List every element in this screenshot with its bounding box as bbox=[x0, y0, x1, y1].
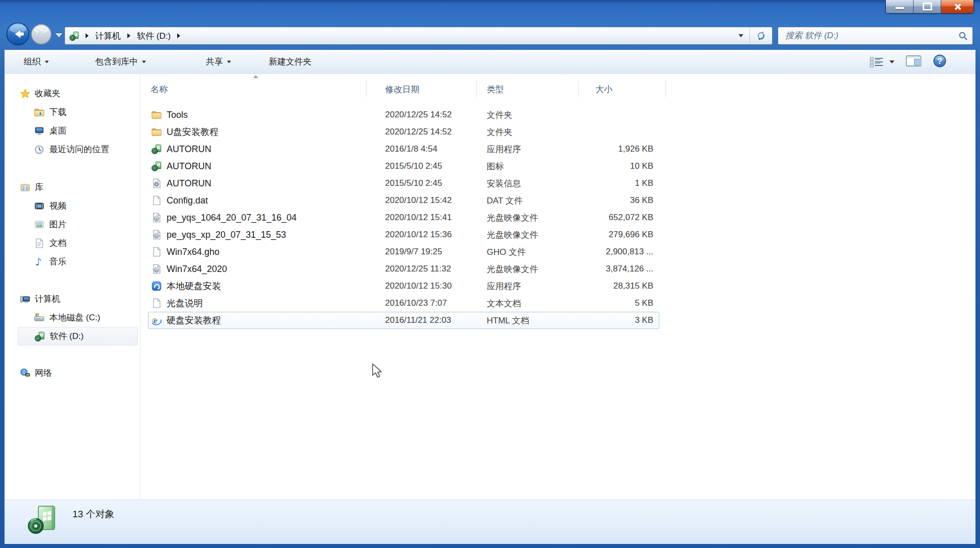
file-date: 2019/9/7 19:25 bbox=[366, 247, 477, 257]
file-size: 28,315 KB bbox=[579, 281, 659, 291]
table-row[interactable]: Tools 2020/12/25 14:52 文件夹 bbox=[148, 106, 659, 123]
table-row[interactable]: AUTORUN 2015/5/10 2:45 图标 10 KB bbox=[148, 158, 659, 175]
green-app-icon bbox=[151, 144, 162, 155]
breadcrumb-software-d[interactable]: 软件 (D:) bbox=[134, 29, 174, 43]
file-name: 本地硬盘安装 bbox=[167, 280, 221, 292]
minimize-icon bbox=[895, 7, 904, 9]
change-view-button[interactable] bbox=[866, 54, 897, 70]
computer-section: 计算机 本地磁盘 (C:) 软件 (D:) bbox=[5, 290, 140, 346]
main-content: 收藏夹 下载 桌面 最近访问的位置 库 视频 bbox=[5, 74, 975, 500]
table-row[interactable]: pe_yqs_xp_20_07_31_15_53 2020/10/12 15:3… bbox=[148, 226, 659, 243]
sidebar-item-local-disk-c[interactable]: 本地磁盘 (C:) bbox=[18, 308, 138, 327]
table-row[interactable]: 光盘说明 2016/10/23 7:07 文本文档 5 KB bbox=[148, 295, 659, 312]
file-date: 2020/12/25 14:52 bbox=[366, 110, 477, 120]
search-icon[interactable] bbox=[958, 31, 968, 41]
sidebar-item-software-d[interactable]: 软件 (D:) bbox=[18, 327, 138, 346]
refresh-button[interactable] bbox=[749, 27, 772, 44]
file-name: U盘安装教程 bbox=[167, 126, 218, 138]
file-name: Win7x64_2020 bbox=[167, 264, 227, 275]
sidebar-item-pictures[interactable]: 图片 bbox=[18, 215, 138, 234]
search-input[interactable] bbox=[784, 30, 958, 41]
file-date: 2020/10/12 15:42 bbox=[366, 195, 477, 206]
search-box[interactable] bbox=[778, 27, 973, 45]
file-type: 文本文档 bbox=[477, 298, 579, 309]
table-row[interactable]: Config.dat 2020/10/12 15:42 DAT 文件 36 KB bbox=[148, 192, 659, 209]
file-icon bbox=[151, 195, 162, 206]
organize-label: 组织 bbox=[24, 56, 41, 67]
videos-label: 视频 bbox=[49, 200, 66, 212]
file-icon bbox=[151, 246, 162, 257]
help-button[interactable] bbox=[930, 52, 950, 72]
sidebar-item-videos[interactable]: 视频 bbox=[18, 196, 138, 215]
breadcrumb-computer[interactable]: 计算机 bbox=[92, 29, 124, 43]
include-in-library-button[interactable]: 包含到库中 bbox=[91, 50, 150, 74]
sidebar-item-downloads[interactable]: 下载 bbox=[18, 103, 138, 121]
table-row[interactable]: Win7x64.gho 2019/9/7 19:25 GHO 文件 2,900,… bbox=[148, 243, 659, 260]
table-row-selected[interactable]: 硬盘安装教程 2016/11/21 22:03 HTML 文档 3 KB bbox=[148, 312, 659, 329]
file-size: 652,072 KB bbox=[579, 213, 659, 223]
forward-button[interactable] bbox=[31, 24, 52, 45]
desktop-label: 桌面 bbox=[49, 125, 66, 136]
file-type: 应用程序 bbox=[477, 144, 579, 155]
column-header-name[interactable]: 名称 bbox=[140, 81, 366, 97]
name-column-label: 名称 bbox=[150, 84, 168, 95]
sidebar-item-documents[interactable]: 文档 bbox=[18, 234, 138, 252]
minimize-button[interactable] bbox=[886, 0, 914, 13]
sidebar-item-music[interactable]: 音乐 bbox=[18, 252, 138, 271]
recent-pages-chevron-icon[interactable] bbox=[55, 33, 62, 37]
address-bar[interactable]: 计算机 软件 (D:) bbox=[64, 27, 773, 45]
preview-pane-icon bbox=[906, 54, 922, 67]
file-name: pe_yqs_xp_20_07_31_15_53 bbox=[167, 230, 286, 240]
column-header-size[interactable]: 大小 bbox=[579, 81, 666, 97]
file-name: AUTORUN bbox=[167, 144, 211, 155]
computer-label: 计算机 bbox=[35, 293, 60, 305]
file-name: Tools bbox=[167, 110, 188, 120]
sidebar-item-computer[interactable]: 计算机 bbox=[5, 290, 140, 308]
text-file-icon bbox=[151, 298, 162, 309]
command-toolbar: 组织 包含到库中 共享 新建文件夹 bbox=[5, 50, 975, 75]
table-row[interactable]: 本地硬盘安装 2020/10/12 15:30 应用程序 28,315 KB bbox=[148, 278, 659, 295]
sidebar-item-desktop[interactable]: 桌面 bbox=[18, 121, 138, 140]
green-app-icon bbox=[151, 161, 162, 172]
pictures-label: 图片 bbox=[49, 219, 66, 230]
details-view-icon bbox=[869, 56, 885, 68]
file-type: 图标 bbox=[477, 161, 579, 172]
navigation-bar: 计算机 软件 (D:) bbox=[0, 19, 980, 50]
favorites-label: 收藏夹 bbox=[35, 88, 60, 99]
column-header-date-modified[interactable]: 修改日期 bbox=[366, 81, 477, 97]
address-dropdown-button[interactable] bbox=[732, 27, 749, 44]
file-size: 10 KB bbox=[579, 161, 659, 171]
disc-image-icon bbox=[151, 229, 162, 240]
table-row[interactable]: Win7x64_2020 2020/12/25 11:32 光盘映像文件 3,8… bbox=[148, 260, 659, 278]
organize-button[interactable]: 组织 bbox=[20, 50, 53, 74]
column-header-type[interactable]: 类型 bbox=[477, 81, 579, 97]
status-bar: 13 个对象 bbox=[5, 500, 975, 544]
new-folder-button[interactable]: 新建文件夹 bbox=[265, 50, 316, 74]
table-row[interactable]: pe_yqs_1064_20_07_31_16_04 2020/10/12 15… bbox=[148, 209, 659, 226]
preview-pane-button[interactable] bbox=[902, 52, 925, 72]
file-rows: Tools 2020/12/25 14:52 文件夹 U盘安装教程 2020/1… bbox=[148, 106, 659, 329]
chevron-down-icon bbox=[889, 60, 894, 63]
network-icon bbox=[20, 368, 31, 379]
libraries-icon bbox=[20, 182, 31, 193]
sidebar-item-network[interactable]: 网络 bbox=[5, 364, 140, 382]
close-button[interactable] bbox=[941, 0, 973, 13]
share-button[interactable]: 共享 bbox=[202, 50, 236, 74]
html-file-icon bbox=[151, 315, 162, 326]
file-type: GHO 文件 bbox=[477, 246, 579, 258]
downloads-label: 下载 bbox=[49, 106, 66, 118]
table-row[interactable]: U盘安装教程 2020/12/25 14:52 文件夹 bbox=[148, 123, 659, 141]
back-button[interactable] bbox=[6, 22, 30, 46]
table-row[interactable]: AUTORUN 2016/1/8 4:54 应用程序 1,926 KB bbox=[148, 141, 659, 158]
sidebar-item-favorites[interactable]: 收藏夹 bbox=[5, 84, 140, 103]
favorites-section: 收藏夹 下载 桌面 最近访问的位置 bbox=[5, 84, 140, 159]
file-date: 2020/10/12 15:30 bbox=[366, 281, 477, 291]
file-name: AUTORUN bbox=[167, 178, 211, 189]
file-size: 1 KB bbox=[579, 178, 659, 188]
maximize-button[interactable] bbox=[914, 0, 941, 13]
table-row[interactable]: AUTORUN 2015/5/10 2:45 安装信息 1 KB bbox=[148, 175, 659, 192]
sidebar-item-libraries[interactable]: 库 bbox=[5, 178, 140, 196]
sidebar-item-recent-places[interactable]: 最近访问的位置 bbox=[18, 140, 138, 159]
star-icon bbox=[20, 88, 31, 99]
sort-ascending-icon bbox=[253, 75, 258, 78]
